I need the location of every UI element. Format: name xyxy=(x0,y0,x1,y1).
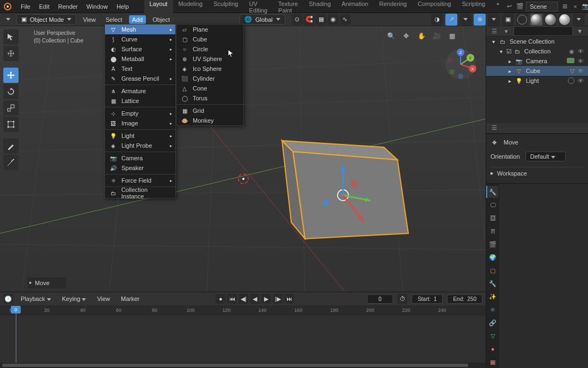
cube-row[interactable]: ▸ ▽ Cube ▽👁 xyxy=(486,66,588,76)
add-curve[interactable]: ⟆Curve▸ xyxy=(105,34,175,44)
cursor-tool[interactable] xyxy=(3,46,19,61)
add-icosphere[interactable]: ◈Ico Sphere xyxy=(176,64,243,74)
visibility-icon[interactable]: 👁 xyxy=(578,48,584,55)
keying-menu[interactable]: Keying xyxy=(59,294,90,303)
world-tab[interactable]: 🌍 xyxy=(486,251,498,263)
add-text[interactable]: AText xyxy=(105,64,175,74)
end-frame-field[interactable]: End: 250 xyxy=(447,294,482,304)
play-icon[interactable]: ▶ xyxy=(261,294,271,304)
add-cone[interactable]: △Cone xyxy=(176,83,243,93)
cube-visibility-icon[interactable]: 👁 xyxy=(578,68,584,75)
tool-tab[interactable]: 🔧 xyxy=(486,186,498,198)
add-armature[interactable]: ⋔Armature xyxy=(105,86,175,96)
preview-range-icon[interactable]: ⏱ xyxy=(397,294,407,304)
add-light[interactable]: 💡Light▸ xyxy=(105,131,175,141)
viewlayer-icon[interactable]: 📷 xyxy=(581,2,588,11)
cube-data-icon[interactable]: ▽ xyxy=(570,68,574,75)
timeline-editor-type-icon[interactable]: 🕒 xyxy=(3,294,13,304)
scene-new-icon[interactable]: ⊞ xyxy=(560,2,568,11)
workspace-panel[interactable]: ▸Workspace xyxy=(491,167,584,179)
add-grid[interactable]: ▦Grid xyxy=(176,106,243,116)
overlays-dropdown-icon[interactable] xyxy=(488,14,500,26)
particle-tab[interactable]: ✨ xyxy=(486,291,498,303)
scene-tab[interactable]: 🎬 xyxy=(486,238,498,250)
wireframe-shade-icon[interactable] xyxy=(516,14,528,26)
jump-next-key-icon[interactable]: |▶ xyxy=(273,294,283,304)
disclosure-cube-icon[interactable]: ▸ xyxy=(506,67,513,75)
snap-mode-icon[interactable]: ▦ xyxy=(316,14,327,25)
tab-layout[interactable]: Layout xyxy=(144,0,173,16)
disclosure-icon[interactable]: ▾ xyxy=(497,47,505,55)
modifier-tab[interactable]: 🔧 xyxy=(486,277,498,289)
output-tab[interactable]: 🖼 xyxy=(486,212,498,224)
overlays-toggle-icon[interactable]: ⊕ xyxy=(474,14,486,26)
jump-start-icon[interactable]: ⏮ xyxy=(227,294,237,304)
light-row[interactable]: ▸ 💡 Light 👁 xyxy=(486,76,588,86)
file-menu[interactable]: File xyxy=(16,1,35,12)
add-camera[interactable]: 📷Camera xyxy=(105,153,175,163)
operator-panel[interactable]: Move xyxy=(27,277,66,288)
scene-delete-icon[interactable]: × xyxy=(571,2,579,11)
matprev-shade-icon[interactable] xyxy=(544,14,556,26)
add-collection-instance[interactable]: 🗀Collection Instance xyxy=(105,188,175,198)
view-menu[interactable]: View xyxy=(79,15,99,24)
constraint-tab[interactable]: 🔗 xyxy=(486,317,498,329)
add-empty[interactable]: ⊹Empty▸ xyxy=(105,108,175,118)
jump-prev-key-icon[interactable]: ◀| xyxy=(238,294,248,304)
add-torus[interactable]: ◯Torus xyxy=(176,93,243,103)
meshdata-tab[interactable]: ▽ xyxy=(486,330,498,342)
measure-tool[interactable] xyxy=(3,155,19,170)
zoom-icon[interactable]: 🔍 xyxy=(384,29,397,43)
camera-row[interactable]: ▸ 📷 Camera 👁 xyxy=(486,56,588,66)
start-frame-field[interactable]: Start: 1 xyxy=(412,294,443,304)
timeline-track[interactable]: 0 020406080100120140160180200220240 xyxy=(0,305,486,363)
render-menu[interactable]: Render xyxy=(54,1,82,12)
scene-icon[interactable]: 🎬 xyxy=(516,2,524,11)
help-menu[interactable]: Help xyxy=(112,1,133,12)
outliner-filter-icon[interactable]: ▼ xyxy=(575,26,585,36)
shading-dropdown-icon[interactable] xyxy=(573,14,585,26)
orientation-selector[interactable]: 🌐 Global xyxy=(240,14,285,25)
snap-icon[interactable]: 🧲 xyxy=(304,14,315,25)
move-tool[interactable] xyxy=(3,68,19,83)
scene-name-field[interactable]: Scene xyxy=(526,2,558,11)
edit-menu[interactable]: Edit xyxy=(35,1,54,12)
select-box-tool[interactable] xyxy=(3,29,19,45)
solid-shade-icon[interactable] xyxy=(530,14,542,26)
camera-data-icon[interactable] xyxy=(567,58,574,63)
camera-view-icon[interactable]: 🎥 xyxy=(430,29,443,43)
tl-view-menu[interactable]: View xyxy=(94,294,113,303)
rotate-tool[interactable] xyxy=(3,84,19,99)
outliner-search[interactable] xyxy=(513,26,573,36)
add-menu-button[interactable]: Add xyxy=(129,15,146,24)
add-lattice[interactable]: ▦Lattice xyxy=(105,96,175,106)
timeline-playhead[interactable]: 0 xyxy=(11,306,21,313)
add-mesh[interactable]: ▽Mesh▸ xyxy=(105,25,175,34)
timeline-ruler[interactable]: 0 020406080100120140160180200220240 xyxy=(0,305,486,315)
material-tab[interactable]: ● xyxy=(486,343,498,355)
selectability-icon[interactable]: ◑ xyxy=(431,14,443,26)
playback-menu[interactable]: Playback xyxy=(17,294,54,303)
tab-rendering[interactable]: Rendering xyxy=(373,0,412,16)
props-editor-type-icon[interactable]: ☰ xyxy=(489,123,499,133)
jump-end-icon[interactable]: ⏭ xyxy=(284,294,294,304)
add-monkey[interactable]: 🐵Monkey xyxy=(176,116,243,125)
light-visibility-icon[interactable]: 👁 xyxy=(578,77,584,84)
rendered-shade-icon[interactable] xyxy=(559,14,571,26)
texture-tab[interactable]: ▦ xyxy=(486,356,498,368)
tl-marker-menu[interactable]: Marker xyxy=(118,294,143,303)
tab-sculpting[interactable]: Sculpting xyxy=(208,0,243,16)
disclosure-camera-icon[interactable]: ▸ xyxy=(506,57,513,65)
autokey-icon[interactable]: ● xyxy=(216,294,225,304)
disclosure-light-icon[interactable]: ▸ xyxy=(506,77,513,85)
add-plane[interactable]: ▱Plane xyxy=(176,25,243,34)
add-lightprobe[interactable]: ◈Light Probe▸ xyxy=(105,141,175,150)
outliner[interactable]: ▾ 🗀 Scene Collection ▾ ☑ 🗀 Collection ◉👁… xyxy=(486,37,588,123)
add-image[interactable]: 🖼Image▸ xyxy=(105,118,175,128)
play-reverse-icon[interactable]: ◀ xyxy=(250,294,260,304)
select-menu[interactable]: Select xyxy=(102,15,126,24)
back-to-previous-icon[interactable]: ↩ xyxy=(505,2,513,11)
current-frame-field[interactable]: 0 xyxy=(367,294,393,304)
perspective-icon[interactable]: ▦ xyxy=(445,29,458,43)
add-speaker[interactable]: 🔊Speaker xyxy=(105,163,175,173)
